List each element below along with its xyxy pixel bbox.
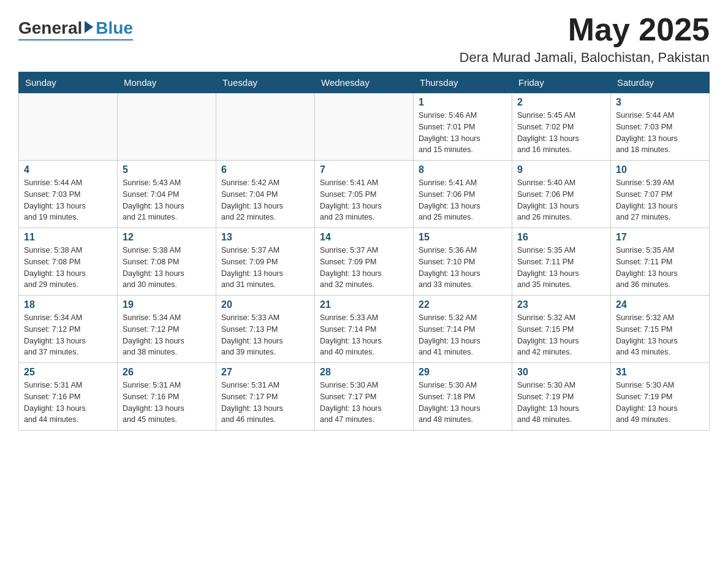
day-number: 9	[517, 164, 605, 175]
calendar-week-row: 1Sunrise: 5:46 AMSunset: 7:01 PMDaylight…	[19, 93, 710, 161]
day-info: Sunrise: 5:44 AMSunset: 7:03 PMDaylight:…	[616, 110, 704, 156]
calendar-cell	[19, 93, 118, 161]
day-info: Sunrise: 5:35 AMSunset: 7:11 PMDaylight:…	[517, 245, 605, 291]
calendar-cell: 27Sunrise: 5:31 AMSunset: 7:17 PMDayligh…	[216, 363, 315, 431]
calendar-cell: 15Sunrise: 5:36 AMSunset: 7:10 PMDayligh…	[414, 228, 512, 296]
day-info: Sunrise: 5:33 AMSunset: 7:13 PMDaylight:…	[221, 312, 309, 358]
day-number: 16	[517, 232, 605, 243]
day-info: Sunrise: 5:37 AMSunset: 7:09 PMDaylight:…	[221, 245, 309, 291]
day-info: Sunrise: 5:42 AMSunset: 7:04 PMDaylight:…	[221, 177, 309, 223]
calendar-table: SundayMondayTuesdayWednesdayThursdayFrid…	[18, 72, 710, 431]
calendar-cell: 9Sunrise: 5:40 AMSunset: 7:06 PMDaylight…	[512, 161, 611, 228]
day-number: 13	[221, 232, 309, 243]
day-info: Sunrise: 5:43 AMSunset: 7:04 PMDaylight:…	[123, 177, 211, 223]
day-info: Sunrise: 5:32 AMSunset: 7:15 PMDaylight:…	[517, 312, 605, 358]
day-number: 30	[517, 367, 605, 378]
day-info: Sunrise: 5:35 AMSunset: 7:11 PMDaylight:…	[616, 245, 704, 291]
weekday-header-sunday: Sunday	[19, 72, 118, 93]
day-info: Sunrise: 5:34 AMSunset: 7:12 PMDaylight:…	[24, 312, 112, 358]
calendar-cell: 12Sunrise: 5:38 AMSunset: 7:08 PMDayligh…	[118, 228, 216, 296]
day-info: Sunrise: 5:39 AMSunset: 7:07 PMDaylight:…	[616, 177, 704, 223]
calendar-cell: 25Sunrise: 5:31 AMSunset: 7:16 PMDayligh…	[19, 363, 118, 431]
calendar-cell: 8Sunrise: 5:41 AMSunset: 7:06 PMDaylight…	[414, 161, 512, 228]
day-number: 5	[123, 164, 211, 175]
calendar-cell: 4Sunrise: 5:44 AMSunset: 7:03 PMDaylight…	[19, 161, 118, 228]
day-info: Sunrise: 5:46 AMSunset: 7:01 PMDaylight:…	[419, 110, 507, 156]
calendar-week-row: 18Sunrise: 5:34 AMSunset: 7:12 PMDayligh…	[19, 296, 710, 363]
day-number: 14	[320, 232, 408, 243]
day-info: Sunrise: 5:34 AMSunset: 7:12 PMDaylight:…	[123, 312, 211, 358]
calendar-cell	[216, 93, 315, 161]
calendar-cell: 11Sunrise: 5:38 AMSunset: 7:08 PMDayligh…	[19, 228, 118, 296]
calendar-cell	[118, 93, 216, 161]
day-info: Sunrise: 5:31 AMSunset: 7:16 PMDaylight:…	[24, 380, 112, 426]
calendar-cell: 24Sunrise: 5:32 AMSunset: 7:15 PMDayligh…	[611, 296, 710, 363]
day-number: 1	[419, 97, 507, 108]
calendar-cell: 2Sunrise: 5:45 AMSunset: 7:02 PMDaylight…	[512, 93, 611, 161]
day-info: Sunrise: 5:41 AMSunset: 7:05 PMDaylight:…	[320, 177, 408, 223]
day-number: 22	[419, 299, 507, 310]
day-number: 6	[221, 164, 309, 175]
calendar-header-row: SundayMondayTuesdayWednesdayThursdayFrid…	[19, 72, 710, 93]
weekday-header-saturday: Saturday	[611, 72, 710, 93]
day-number: 15	[419, 232, 507, 243]
calendar-cell: 14Sunrise: 5:37 AMSunset: 7:09 PMDayligh…	[315, 228, 414, 296]
day-info: Sunrise: 5:30 AMSunset: 7:18 PMDaylight:…	[419, 380, 507, 426]
day-number: 12	[123, 232, 211, 243]
calendar-cell: 22Sunrise: 5:32 AMSunset: 7:14 PMDayligh…	[414, 296, 512, 363]
calendar-cell: 6Sunrise: 5:42 AMSunset: 7:04 PMDaylight…	[216, 161, 315, 228]
month-title: May 2025	[460, 12, 710, 47]
day-number: 7	[320, 164, 408, 175]
calendar-cell: 29Sunrise: 5:30 AMSunset: 7:18 PMDayligh…	[414, 363, 512, 431]
day-number: 28	[320, 367, 408, 378]
calendar-cell: 3Sunrise: 5:44 AMSunset: 7:03 PMDaylight…	[611, 93, 710, 161]
calendar-cell: 30Sunrise: 5:30 AMSunset: 7:19 PMDayligh…	[512, 363, 611, 431]
weekday-header-thursday: Thursday	[414, 72, 512, 93]
day-number: 23	[517, 299, 605, 310]
calendar-cell: 1Sunrise: 5:46 AMSunset: 7:01 PMDaylight…	[414, 93, 512, 161]
page-header: General Blue May 2025 Dera Murad Jamali,…	[18, 12, 710, 66]
day-number: 20	[221, 299, 309, 310]
day-number: 31	[616, 367, 704, 378]
day-info: Sunrise: 5:40 AMSunset: 7:06 PMDaylight:…	[517, 177, 605, 223]
day-info: Sunrise: 5:36 AMSunset: 7:10 PMDaylight:…	[419, 245, 507, 291]
calendar-cell: 17Sunrise: 5:35 AMSunset: 7:11 PMDayligh…	[611, 228, 710, 296]
day-number: 8	[419, 164, 507, 175]
day-info: Sunrise: 5:31 AMSunset: 7:17 PMDaylight:…	[221, 380, 309, 426]
day-info: Sunrise: 5:32 AMSunset: 7:14 PMDaylight:…	[419, 312, 507, 358]
day-number: 26	[123, 367, 211, 378]
day-info: Sunrise: 5:32 AMSunset: 7:15 PMDaylight:…	[616, 312, 704, 358]
day-info: Sunrise: 5:30 AMSunset: 7:17 PMDaylight:…	[320, 380, 408, 426]
calendar-week-row: 11Sunrise: 5:38 AMSunset: 7:08 PMDayligh…	[19, 228, 710, 296]
calendar-cell: 18Sunrise: 5:34 AMSunset: 7:12 PMDayligh…	[19, 296, 118, 363]
title-block: May 2025 Dera Murad Jamali, Balochistan,…	[460, 12, 710, 66]
day-number: 4	[24, 164, 112, 175]
day-number: 17	[616, 232, 704, 243]
location-title: Dera Murad Jamali, Balochistan, Pakistan	[460, 50, 710, 66]
calendar-cell: 23Sunrise: 5:32 AMSunset: 7:15 PMDayligh…	[512, 296, 611, 363]
calendar-cell	[315, 93, 414, 161]
logo-general-text: General	[18, 18, 82, 38]
day-info: Sunrise: 5:30 AMSunset: 7:19 PMDaylight:…	[616, 380, 704, 426]
calendar-cell: 13Sunrise: 5:37 AMSunset: 7:09 PMDayligh…	[216, 228, 315, 296]
calendar-cell: 26Sunrise: 5:31 AMSunset: 7:16 PMDayligh…	[118, 363, 216, 431]
day-number: 25	[24, 367, 112, 378]
calendar-cell: 16Sunrise: 5:35 AMSunset: 7:11 PMDayligh…	[512, 228, 611, 296]
calendar-cell: 7Sunrise: 5:41 AMSunset: 7:05 PMDaylight…	[315, 161, 414, 228]
calendar-cell: 10Sunrise: 5:39 AMSunset: 7:07 PMDayligh…	[611, 161, 710, 228]
day-number: 10	[616, 164, 704, 175]
day-number: 2	[517, 97, 605, 108]
calendar-cell: 5Sunrise: 5:43 AMSunset: 7:04 PMDaylight…	[118, 161, 216, 228]
logo-underline	[18, 39, 133, 40]
day-number: 3	[616, 97, 704, 108]
weekday-header-friday: Friday	[512, 72, 611, 93]
calendar-week-row: 4Sunrise: 5:44 AMSunset: 7:03 PMDaylight…	[19, 161, 710, 228]
weekday-header-tuesday: Tuesday	[216, 72, 315, 93]
day-info: Sunrise: 5:31 AMSunset: 7:16 PMDaylight:…	[123, 380, 211, 426]
calendar-cell: 28Sunrise: 5:30 AMSunset: 7:17 PMDayligh…	[315, 363, 414, 431]
day-info: Sunrise: 5:45 AMSunset: 7:02 PMDaylight:…	[517, 110, 605, 156]
day-number: 11	[24, 232, 112, 243]
day-info: Sunrise: 5:33 AMSunset: 7:14 PMDaylight:…	[320, 312, 408, 358]
day-info: Sunrise: 5:41 AMSunset: 7:06 PMDaylight:…	[419, 177, 507, 223]
calendar-cell: 19Sunrise: 5:34 AMSunset: 7:12 PMDayligh…	[118, 296, 216, 363]
